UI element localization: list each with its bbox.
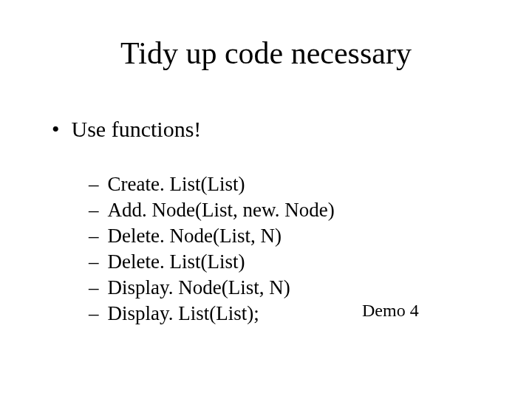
bullet-text: Use functions! [72,117,202,142]
slide-title: Tidy up code necessary [0,35,532,71]
list-item: Delete. List(List) [89,249,335,275]
list-item: Create. List(List) [89,171,335,197]
slide: Tidy up code necessary Use functions! Cr… [0,0,532,399]
bullet-use-functions: Use functions! [52,117,201,142]
list-item: Display. Node(List, N) [89,275,335,301]
list-item-label: Delete. Node(List, N) [108,223,282,249]
list-item-label: Display. Node(List, N) [108,275,290,301]
list-item-label: Delete. List(List) [108,249,245,275]
list-item: Delete. Node(List, N) [89,223,335,249]
list-item: Display. List(List); [89,301,335,327]
demo-label: Demo 4 [362,301,419,321]
list-item-label: Display. List(List); [108,301,259,327]
list-item-label: Add. Node(List, new. Node) [108,197,335,223]
function-list: Create. List(List) Add. Node(List, new. … [89,171,335,327]
list-item-label: Create. List(List) [108,171,245,197]
list-item: Add. Node(List, new. Node) [89,197,335,223]
